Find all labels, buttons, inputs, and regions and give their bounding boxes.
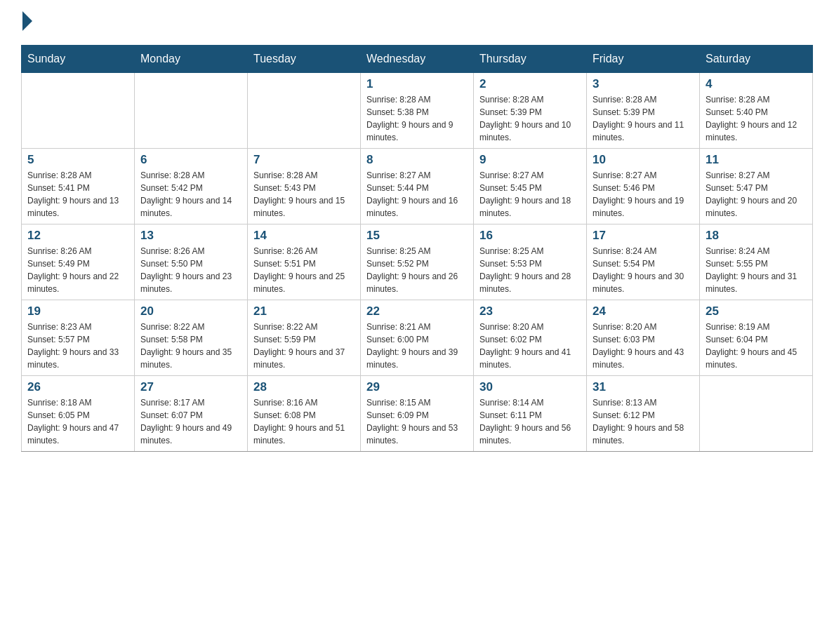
calendar-cell: 2Sunrise: 8:28 AM Sunset: 5:39 PM Daylig…: [474, 73, 587, 149]
calendar-cell: 12Sunrise: 8:26 AM Sunset: 5:49 PM Dayli…: [22, 224, 135, 300]
calendar-cell: 23Sunrise: 8:20 AM Sunset: 6:02 PM Dayli…: [474, 300, 587, 376]
calendar-header-tuesday: Tuesday: [248, 46, 361, 73]
day-number: 17: [593, 229, 694, 243]
day-info: Sunrise: 8:21 AM Sunset: 6:00 PM Dayligh…: [366, 321, 468, 371]
calendar-week-row: 12Sunrise: 8:26 AM Sunset: 5:49 PM Dayli…: [22, 224, 813, 300]
calendar-cell: 19Sunrise: 8:23 AM Sunset: 5:57 PM Dayli…: [22, 300, 135, 376]
day-number: 29: [366, 380, 468, 394]
day-number: 14: [253, 229, 355, 243]
day-number: 11: [706, 153, 807, 167]
day-info: Sunrise: 8:20 AM Sunset: 6:02 PM Dayligh…: [479, 321, 581, 371]
day-info: Sunrise: 8:28 AM Sunset: 5:41 PM Dayligh…: [27, 169, 128, 220]
day-number: 30: [479, 380, 581, 394]
day-info: Sunrise: 8:26 AM Sunset: 5:50 PM Dayligh…: [140, 245, 241, 295]
day-info: Sunrise: 8:28 AM Sunset: 5:38 PM Dayligh…: [366, 93, 468, 144]
day-number: 9: [479, 153, 581, 167]
day-info: Sunrise: 8:25 AM Sunset: 5:53 PM Dayligh…: [479, 245, 581, 295]
day-number: 21: [253, 304, 355, 318]
day-number: 6: [140, 153, 241, 167]
day-info: Sunrise: 8:22 AM Sunset: 5:58 PM Dayligh…: [140, 321, 241, 371]
calendar-cell: [700, 376, 813, 452]
calendar-cell: 17Sunrise: 8:24 AM Sunset: 5:54 PM Dayli…: [587, 224, 700, 300]
calendar-cell: [135, 73, 248, 149]
calendar-cell: 10Sunrise: 8:27 AM Sunset: 5:46 PM Dayli…: [587, 149, 700, 224]
calendar-cell: 18Sunrise: 8:24 AM Sunset: 5:55 PM Dayli…: [700, 224, 813, 300]
calendar-header-friday: Friday: [587, 46, 700, 73]
day-info: Sunrise: 8:17 AM Sunset: 6:07 PM Dayligh…: [140, 396, 241, 447]
calendar-week-row: 1Sunrise: 8:28 AM Sunset: 5:38 PM Daylig…: [22, 73, 813, 149]
calendar-cell: 9Sunrise: 8:27 AM Sunset: 5:45 PM Daylig…: [474, 149, 587, 224]
day-number: 3: [593, 77, 694, 91]
calendar-cell: 20Sunrise: 8:22 AM Sunset: 5:58 PM Dayli…: [135, 300, 248, 376]
day-number: 16: [479, 229, 581, 243]
day-number: 12: [27, 229, 128, 243]
day-info: Sunrise: 8:28 AM Sunset: 5:43 PM Dayligh…: [253, 169, 355, 220]
day-number: 26: [27, 380, 128, 394]
calendar-header-wednesday: Wednesday: [361, 46, 474, 73]
day-info: Sunrise: 8:24 AM Sunset: 5:54 PM Dayligh…: [593, 245, 694, 295]
calendar-header-thursday: Thursday: [474, 46, 587, 73]
day-info: Sunrise: 8:15 AM Sunset: 6:09 PM Dayligh…: [366, 396, 468, 447]
calendar-cell: 25Sunrise: 8:19 AM Sunset: 6:04 PM Dayli…: [700, 300, 813, 376]
day-number: 25: [706, 304, 807, 318]
calendar-cell: [248, 73, 361, 149]
calendar-header-saturday: Saturday: [700, 46, 813, 73]
calendar-week-row: 19Sunrise: 8:23 AM Sunset: 5:57 PM Dayli…: [22, 300, 813, 376]
day-number: 23: [479, 304, 581, 318]
calendar-cell: 3Sunrise: 8:28 AM Sunset: 5:39 PM Daylig…: [587, 73, 700, 149]
calendar-cell: 8Sunrise: 8:27 AM Sunset: 5:44 PM Daylig…: [361, 149, 474, 224]
calendar-cell: 30Sunrise: 8:14 AM Sunset: 6:11 PM Dayli…: [474, 376, 587, 452]
calendar-header-row: SundayMondayTuesdayWednesdayThursdayFrid…: [22, 46, 813, 73]
day-info: Sunrise: 8:28 AM Sunset: 5:39 PM Dayligh…: [479, 93, 581, 144]
logo: [21, 14, 32, 31]
day-info: Sunrise: 8:27 AM Sunset: 5:47 PM Dayligh…: [706, 169, 807, 220]
calendar-cell: 15Sunrise: 8:25 AM Sunset: 5:52 PM Dayli…: [361, 224, 474, 300]
day-number: 20: [140, 304, 241, 318]
day-number: 1: [366, 77, 468, 91]
calendar-header-monday: Monday: [135, 46, 248, 73]
calendar-cell: 29Sunrise: 8:15 AM Sunset: 6:09 PM Dayli…: [361, 376, 474, 452]
day-number: 19: [27, 304, 128, 318]
day-info: Sunrise: 8:16 AM Sunset: 6:08 PM Dayligh…: [253, 396, 355, 447]
calendar-cell: 31Sunrise: 8:13 AM Sunset: 6:12 PM Dayli…: [587, 376, 700, 452]
calendar-week-row: 26Sunrise: 8:18 AM Sunset: 6:05 PM Dayli…: [22, 376, 813, 452]
day-number: 8: [366, 153, 468, 167]
calendar-week-row: 5Sunrise: 8:28 AM Sunset: 5:41 PM Daylig…: [22, 149, 813, 224]
calendar-cell: 16Sunrise: 8:25 AM Sunset: 5:53 PM Dayli…: [474, 224, 587, 300]
day-number: 5: [27, 153, 128, 167]
day-number: 2: [479, 77, 581, 91]
calendar-cell: 27Sunrise: 8:17 AM Sunset: 6:07 PM Dayli…: [135, 376, 248, 452]
day-info: Sunrise: 8:27 AM Sunset: 5:44 PM Dayligh…: [366, 169, 468, 220]
day-info: Sunrise: 8:25 AM Sunset: 5:52 PM Dayligh…: [366, 245, 468, 295]
day-info: Sunrise: 8:13 AM Sunset: 6:12 PM Dayligh…: [593, 396, 694, 447]
day-info: Sunrise: 8:24 AM Sunset: 5:55 PM Dayligh…: [706, 245, 807, 295]
day-number: 10: [593, 153, 694, 167]
calendar-cell: 24Sunrise: 8:20 AM Sunset: 6:03 PM Dayli…: [587, 300, 700, 376]
calendar-cell: 1Sunrise: 8:28 AM Sunset: 5:38 PM Daylig…: [361, 73, 474, 149]
day-number: 24: [593, 304, 694, 318]
day-info: Sunrise: 8:26 AM Sunset: 5:49 PM Dayligh…: [27, 245, 128, 295]
calendar-cell: [22, 73, 135, 149]
day-info: Sunrise: 8:28 AM Sunset: 5:42 PM Dayligh…: [140, 169, 241, 220]
day-info: Sunrise: 8:28 AM Sunset: 5:40 PM Dayligh…: [706, 93, 807, 144]
calendar-cell: 6Sunrise: 8:28 AM Sunset: 5:42 PM Daylig…: [135, 149, 248, 224]
calendar-table: SundayMondayTuesdayWednesdayThursdayFrid…: [21, 45, 813, 452]
day-number: 28: [253, 380, 355, 394]
day-info: Sunrise: 8:20 AM Sunset: 6:03 PM Dayligh…: [593, 321, 694, 371]
day-info: Sunrise: 8:18 AM Sunset: 6:05 PM Dayligh…: [27, 396, 128, 447]
day-number: 27: [140, 380, 241, 394]
day-number: 7: [253, 153, 355, 167]
calendar-cell: 28Sunrise: 8:16 AM Sunset: 6:08 PM Dayli…: [248, 376, 361, 452]
day-number: 31: [593, 380, 694, 394]
day-number: 18: [706, 229, 807, 243]
day-info: Sunrise: 8:19 AM Sunset: 6:04 PM Dayligh…: [706, 321, 807, 371]
calendar-cell: 22Sunrise: 8:21 AM Sunset: 6:00 PM Dayli…: [361, 300, 474, 376]
calendar-cell: 4Sunrise: 8:28 AM Sunset: 5:40 PM Daylig…: [700, 73, 813, 149]
day-info: Sunrise: 8:23 AM Sunset: 5:57 PM Dayligh…: [27, 321, 128, 371]
calendar-cell: 14Sunrise: 8:26 AM Sunset: 5:51 PM Dayli…: [248, 224, 361, 300]
calendar-cell: 26Sunrise: 8:18 AM Sunset: 6:05 PM Dayli…: [22, 376, 135, 452]
logo-triangle-icon: [22, 11, 32, 31]
day-info: Sunrise: 8:28 AM Sunset: 5:39 PM Dayligh…: [593, 93, 694, 144]
day-info: Sunrise: 8:22 AM Sunset: 5:59 PM Dayligh…: [253, 321, 355, 371]
calendar-header-sunday: Sunday: [22, 46, 135, 73]
